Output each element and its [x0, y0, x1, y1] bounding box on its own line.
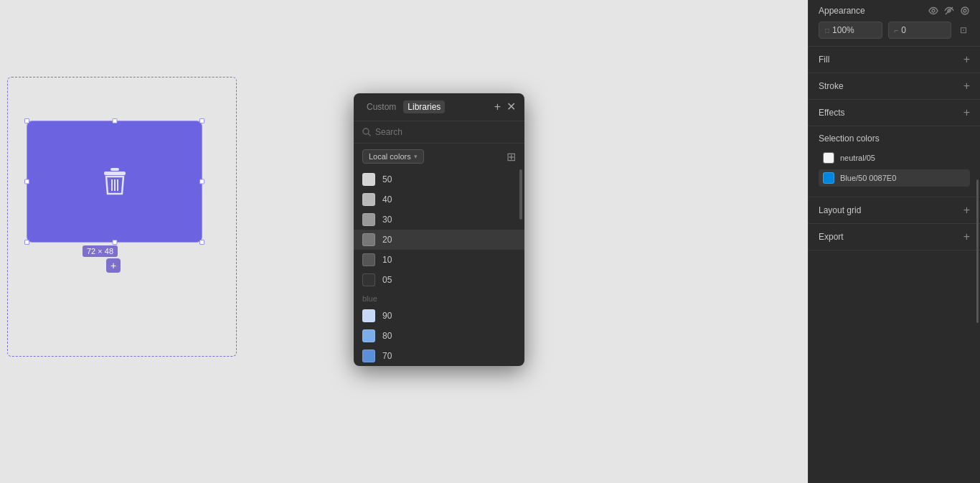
stroke-header: Stroke + — [819, 80, 970, 92]
color-swatch-40 — [362, 193, 375, 206]
svg-rect-1 — [104, 172, 126, 175]
corner-radius-field[interactable]: ⌐ 0 — [888, 22, 952, 39]
stroke-title: Stroke — [819, 81, 844, 91]
export-section: Export + — [809, 224, 980, 250]
handle-top-left[interactable] — [24, 118, 29, 123]
opacity-field[interactable]: □ 100% — [819, 22, 882, 39]
color-swatch-10 — [362, 253, 375, 266]
color-item-40[interactable]: 40 — [354, 189, 524, 210]
chevron-down-icon: ▾ — [414, 153, 418, 160]
add-element-button[interactable]: + — [106, 258, 121, 273]
effects-section: Effects + — [809, 100, 980, 126]
layout-grid-header: Layout grid + — [819, 205, 970, 216]
color-group-blue-label: blue — [354, 290, 524, 306]
swatch-blue — [823, 172, 834, 184]
export-header: Export + — [819, 231, 970, 243]
svg-rect-0 — [110, 168, 119, 171]
search-input[interactable] — [375, 127, 516, 137]
expand-button[interactable]: ⊡ — [957, 22, 970, 39]
selected-element[interactable] — [27, 121, 202, 243]
selection-colors-section: Selection colors neutral/05 Blue/50 0087… — [809, 126, 980, 197]
color-swatch-05 — [362, 273, 375, 286]
selection-color-blue[interactable]: Blue/50 0087E0 — [819, 169, 970, 187]
eye-strikethrough-icon[interactable] — [944, 6, 954, 16]
opacity-icon: □ — [825, 27, 829, 34]
svg-point-11 — [963, 9, 966, 12]
selection-color-neutral[interactable]: neutral/05 — [819, 149, 970, 167]
appearance-fields: □ 100% ⌐ 0 ⊡ — [819, 22, 970, 39]
color-swatch-blue-70 — [362, 350, 375, 362]
color-blue-label: Blue/50 0087E0 — [840, 174, 896, 182]
color-label-blue-90: 90 — [382, 311, 392, 321]
add-export-button[interactable]: + — [963, 231, 970, 243]
color-item-blue-90[interactable]: 90 — [354, 306, 524, 326]
visibility-icon[interactable] — [928, 6, 938, 16]
color-list: 50 40 30 20 10 05 blue — [354, 169, 524, 366]
libraries-modal: Custom Libraries + ✕ Local colors ▾ ⊞ — [354, 93, 524, 366]
color-label-20: 20 — [382, 235, 392, 245]
layout-grid-section: Layout grid + — [809, 197, 980, 224]
add-library-button[interactable]: + — [494, 101, 501, 113]
color-label-50: 50 — [382, 174, 392, 184]
canvas-area: 72 × 48 + Custom Libraries + ✕ Local col… — [0, 0, 808, 483]
effects-title: Effects — [819, 108, 844, 118]
grid-toggle-button[interactable]: ⊞ — [507, 150, 516, 164]
color-item-50[interactable]: 50 — [354, 169, 524, 189]
color-neutral-label: neutral/05 — [840, 154, 875, 162]
appearance-header: Appearance — [819, 6, 970, 16]
add-stroke-button[interactable]: + — [963, 80, 970, 92]
color-item-blue-80[interactable]: 80 — [354, 326, 524, 346]
color-swatch-blue-80 — [362, 329, 375, 342]
color-label-05: 05 — [382, 275, 392, 285]
color-label-10: 10 — [382, 255, 392, 265]
add-fill-button[interactable]: + — [963, 54, 970, 65]
appearance-section: Appearance — [809, 0, 980, 47]
color-item-10[interactable]: 10 — [354, 250, 524, 270]
handle-bottom-right[interactable] — [199, 240, 204, 245]
panel-scrollbar[interactable] — [976, 179, 979, 323]
appearance-icons — [928, 6, 970, 16]
close-modal-button[interactable]: ✕ — [507, 101, 516, 113]
color-label-blue-70: 70 — [382, 351, 392, 361]
swatch-neutral — [823, 152, 834, 164]
fill-title: Fill — [819, 55, 829, 65]
tab-custom[interactable]: Custom — [362, 100, 400, 113]
dropdown-row: Local colors ▾ ⊞ — [354, 144, 524, 169]
corner-radius-icon: ⌐ — [895, 27, 899, 34]
size-label: 72 × 48 — [83, 245, 118, 257]
dropdown-label: Local colors — [369, 152, 411, 161]
modal-header: Custom Libraries + ✕ — [354, 93, 524, 121]
effects-header: Effects + — [819, 107, 970, 118]
trash-icon — [95, 161, 135, 203]
color-item-30[interactable]: 30 — [354, 210, 524, 230]
handle-top-mid[interactable] — [112, 118, 117, 123]
handle-top-right[interactable] — [199, 118, 204, 123]
color-item-blue-70[interactable]: 70 — [354, 346, 524, 366]
color-item-20[interactable]: 20 — [354, 230, 524, 250]
color-swatch-20 — [362, 233, 375, 246]
color-swatch-30 — [362, 213, 375, 226]
fill-header: Fill + — [819, 54, 970, 65]
handle-bottom-mid[interactable] — [112, 240, 117, 245]
handle-mid-left[interactable] — [24, 179, 29, 184]
scrollbar[interactable] — [519, 169, 522, 220]
local-colors-dropdown[interactable]: Local colors ▾ — [362, 149, 424, 164]
corner-radius-value: 0 — [901, 25, 906, 35]
add-effect-button[interactable]: + — [963, 107, 970, 118]
handle-mid-right[interactable] — [199, 179, 204, 184]
color-item-05[interactable]: 05 — [354, 270, 524, 290]
selection-colors-title: Selection colors — [819, 133, 970, 144]
export-title: Export — [819, 232, 844, 242]
fill-section: Fill + — [809, 47, 980, 73]
layout-grid-title: Layout grid — [819, 205, 861, 215]
color-swatch-blue-90 — [362, 309, 375, 322]
color-label-30: 30 — [382, 215, 392, 225]
handle-bottom-left[interactable] — [24, 240, 29, 245]
target-icon[interactable] — [960, 6, 970, 16]
tab-libraries[interactable]: Libraries — [403, 100, 445, 113]
appearance-title: Appearance — [819, 6, 865, 16]
right-panel: Appearance — [808, 0, 980, 483]
svg-point-5 — [363, 128, 369, 134]
stroke-section: Stroke + — [809, 73, 980, 100]
add-layout-grid-button[interactable]: + — [963, 205, 970, 216]
